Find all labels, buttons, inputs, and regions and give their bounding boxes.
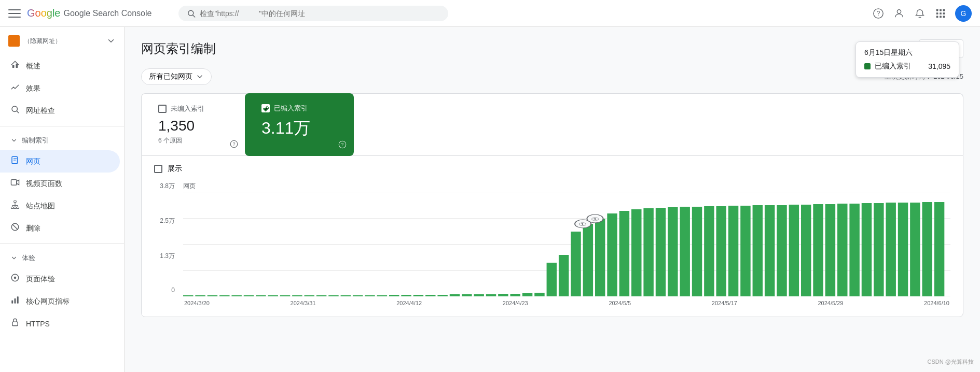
svg-rect-24 xyxy=(14,207,17,209)
divider-2 xyxy=(0,244,124,244)
svg-rect-87 xyxy=(656,208,666,296)
overview-label: 概述 xyxy=(26,62,40,71)
indexing-section-label: 编制索引 xyxy=(22,136,49,145)
menu-icon[interactable] xyxy=(8,7,21,20)
svg-rect-37 xyxy=(17,296,19,304)
svg-rect-52 xyxy=(231,295,241,296)
svg-rect-70 xyxy=(450,294,460,296)
svg-rect-66 xyxy=(401,295,411,296)
svg-rect-5 xyxy=(936,9,938,11)
sidebar-item-performance[interactable]: 效果 xyxy=(0,77,120,99)
sidebar-item-https[interactable]: HTTPS xyxy=(0,312,120,335)
web-pages-icon xyxy=(10,155,20,167)
x-label-4: 2024/4/23 xyxy=(503,300,528,306)
filter-button[interactable]: 所有已知网页 xyxy=(141,68,212,85)
svg-rect-55 xyxy=(268,295,278,296)
page-title: 网页索引编制 xyxy=(141,40,216,57)
not-indexed-checkbox[interactable] xyxy=(158,105,167,113)
web-pages-label: 网页 xyxy=(26,157,40,166)
tooltip-date: 6月15日星期六 xyxy=(864,48,950,58)
url-inspection-icon xyxy=(10,105,20,117)
search-bar[interactable] xyxy=(178,6,448,21)
svg-rect-92 xyxy=(716,206,726,296)
account-icon[interactable] xyxy=(893,7,905,20)
main-content: 网页索引编制 导出 所有已知网页 上次更新时间： 2024/6/15 未编入索引 xyxy=(125,27,980,372)
not-indexed-help-icon[interactable]: ? xyxy=(229,139,239,149)
svg-rect-94 xyxy=(740,206,750,296)
svg-point-34 xyxy=(14,277,17,279)
chart-plot: 网页 xyxy=(183,182,950,306)
y-label-25: 2.5万 xyxy=(160,217,175,225)
svg-rect-74 xyxy=(498,294,508,296)
svg-text:?: ? xyxy=(341,142,343,147)
svg-rect-89 xyxy=(680,207,689,296)
performance-label: 效果 xyxy=(26,84,40,93)
sidebar-item-video-pages[interactable]: 视频页面数 xyxy=(0,173,120,195)
indexed-value: 3.11万 xyxy=(261,117,337,140)
svg-rect-15 xyxy=(16,64,18,68)
video-pages-icon xyxy=(10,178,20,190)
svg-rect-53 xyxy=(244,295,254,296)
tooltip-dot xyxy=(864,63,871,69)
svg-text:①: ① xyxy=(578,222,587,227)
experience-section-label: 体验 xyxy=(22,253,35,263)
site-selector[interactable]: （隐藏网址） xyxy=(0,31,124,55)
site-url: （隐藏网址） xyxy=(24,37,102,46)
sidebar-item-page-experience[interactable]: 页面体验 xyxy=(0,268,120,290)
indexed-checkbox-row[interactable]: 已编入索引 xyxy=(261,104,337,113)
show-checkbox[interactable] xyxy=(154,165,162,173)
svg-rect-99 xyxy=(801,205,811,296)
x-label-1: 2024/3/20 xyxy=(184,300,210,306)
overview-icon xyxy=(10,60,20,72)
svg-rect-56 xyxy=(280,295,290,296)
app-name: Google Search Console xyxy=(64,9,152,18)
svg-rect-105 xyxy=(874,203,884,296)
avatar[interactable]: G xyxy=(955,5,972,22)
show-label: 展示 xyxy=(168,164,182,174)
svg-rect-98 xyxy=(789,205,799,296)
not-indexed-card: 未编入索引 1,350 6 个原因 ? xyxy=(142,94,245,155)
svg-rect-104 xyxy=(862,203,872,296)
not-indexed-label: 未编入索引 xyxy=(171,104,204,113)
x-label-2: 2024/3/31 xyxy=(291,300,316,306)
bar-chart-svg: ① ① xyxy=(183,193,950,296)
search-input[interactable] xyxy=(200,9,440,18)
removals-label: 删除 xyxy=(26,224,40,233)
y-axis-label: 网页 xyxy=(183,182,950,191)
experience-section-header[interactable]: 体验 xyxy=(0,248,124,268)
google-logo: Google xyxy=(27,7,61,19)
svg-rect-7 xyxy=(943,9,945,11)
page-header: 网页索引编制 导出 xyxy=(141,39,963,58)
sidebar-item-overview[interactable]: 概述 xyxy=(0,55,120,77)
sidebar-item-web-pages[interactable]: 网页 xyxy=(0,150,120,173)
svg-rect-86 xyxy=(643,208,653,296)
indexed-help-icon[interactable]: ? xyxy=(337,139,348,150)
svg-rect-82 xyxy=(595,219,605,296)
sidebar-item-sitemap[interactable]: 站点地图 xyxy=(0,195,120,217)
indexing-section-header[interactable]: 编制索引 xyxy=(0,131,124,150)
checkmark-icon xyxy=(263,105,270,112)
search-icon xyxy=(187,9,196,18)
x-label-8: 2024/6/10 xyxy=(924,300,949,306)
indexed-checkbox[interactable] xyxy=(261,104,270,112)
svg-rect-73 xyxy=(486,294,496,296)
x-axis-labels: 2024/3/20 2024/3/31 2024/4/12 2024/4/23 … xyxy=(183,300,950,306)
tooltip-indexed-value: 31,095 xyxy=(928,62,950,70)
divider-1 xyxy=(0,126,124,126)
svg-rect-101 xyxy=(825,204,835,296)
sidebar-item-removals[interactable]: 删除 xyxy=(0,217,120,239)
x-label-7: 2024/5/29 xyxy=(818,300,843,306)
sidebar-item-core-web-vitals[interactable]: 核心网页指标 xyxy=(0,290,120,312)
apps-icon[interactable] xyxy=(934,7,947,20)
svg-rect-106 xyxy=(886,203,895,296)
x-label-5: 2024/5/5 xyxy=(609,300,631,306)
help-icon[interactable]: ? xyxy=(872,7,885,20)
svg-rect-108 xyxy=(910,203,920,296)
not-indexed-checkbox-row[interactable]: 未编入索引 xyxy=(158,104,229,113)
svg-rect-85 xyxy=(631,209,641,296)
bell-icon[interactable] xyxy=(914,7,926,20)
layout: （隐藏网址） 概述 效果 网址检查 编制索引 xyxy=(0,27,980,372)
svg-rect-69 xyxy=(437,295,447,296)
sidebar-item-url-inspection[interactable]: 网址检查 xyxy=(0,99,120,122)
svg-rect-88 xyxy=(668,207,678,296)
